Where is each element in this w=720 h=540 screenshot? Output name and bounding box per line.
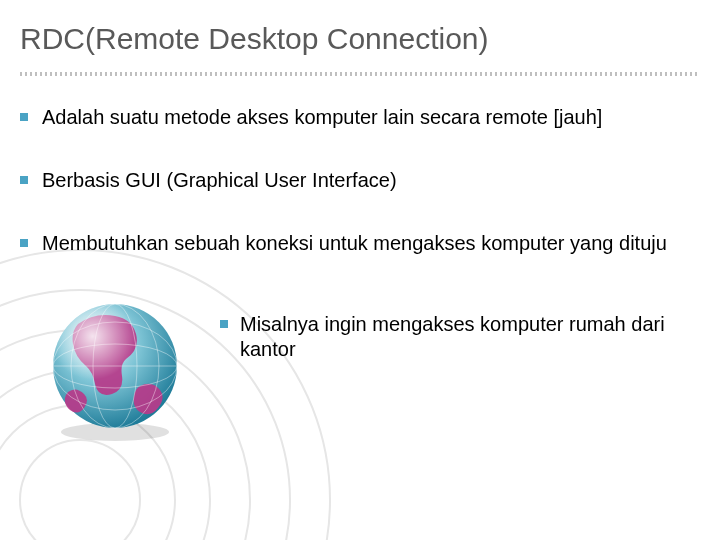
bullet-text: Berbasis GUI (Graphical User Interface) xyxy=(42,168,690,193)
bullet-marker-icon xyxy=(20,113,28,121)
bullet-item: Adalah suatu metode akses komputer lain … xyxy=(20,105,690,130)
sub-row: Misalnya ingin mengakses komputer rumah … xyxy=(20,294,690,444)
bullet-item: Berbasis GUI (Graphical User Interface) xyxy=(20,168,690,193)
svg-point-13 xyxy=(53,304,177,428)
slide-title: RDC(Remote Desktop Connection) xyxy=(20,22,489,56)
bullet-item: Membutuhkan sebuah koneksi untuk mengaks… xyxy=(20,231,690,256)
sub-bullet-item: Misalnya ingin mengakses komputer rumah … xyxy=(220,312,690,362)
content-area: Adalah suatu metode akses komputer lain … xyxy=(20,105,690,444)
bullet-text: Membutuhkan sebuah koneksi untuk mengaks… xyxy=(42,231,690,256)
bullet-marker-icon xyxy=(220,320,228,328)
slide: RDC(Remote Desktop Connection) Adalah su… xyxy=(0,0,720,540)
svg-point-5 xyxy=(20,440,140,540)
sub-bullet-text: Misalnya ingin mengakses komputer rumah … xyxy=(240,312,690,362)
globe-icon xyxy=(40,294,190,444)
bullet-text: Adalah suatu metode akses komputer lain … xyxy=(42,105,690,130)
bullet-marker-icon xyxy=(20,176,28,184)
title-divider xyxy=(20,72,700,76)
bullet-marker-icon xyxy=(20,239,28,247)
